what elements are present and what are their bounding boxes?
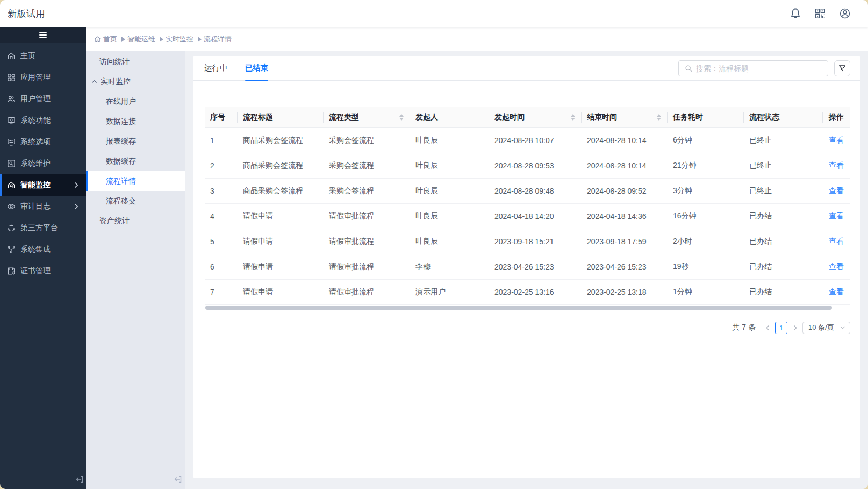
table-cell: 叶良辰 (410, 229, 489, 254)
table-cell: 21分钟 (668, 153, 744, 179)
app-window: 新版试用 主页应用管理用户管理系统功能系统选项系统维护智能监控审计日志第三方平台… (0, 0, 868, 489)
user-avatar-icon[interactable] (839, 8, 851, 19)
table-cell: 4 (205, 204, 238, 229)
column-header-content: 操作 (829, 112, 844, 122)
search-box[interactable] (678, 60, 828, 76)
sidebar-collapse-button[interactable] (75, 474, 84, 484)
table-cell: 请假申请 (238, 280, 324, 305)
view-link[interactable]: 查看 (829, 287, 844, 296)
tab-running[interactable]: 运行中 (204, 56, 228, 80)
pagination-page-1[interactable]: 1 (775, 322, 787, 334)
column-header[interactable]: 结束时间 (582, 107, 668, 128)
submenu-item[interactable]: 资产统计 (86, 211, 185, 231)
sidebar-item-smart-monitor[interactable]: 智能监控 (0, 174, 86, 196)
sort-icon[interactable] (657, 114, 662, 121)
table-cell: 查看 (823, 254, 850, 280)
view-link[interactable]: 查看 (829, 186, 844, 195)
table-cell: 1分钟 (668, 280, 744, 305)
sidebar-item-users[interactable]: 用户管理 (0, 88, 86, 110)
view-link[interactable]: 查看 (829, 161, 844, 169)
column-header-content: 任务耗时 (673, 112, 738, 122)
notification-bell-icon[interactable] (790, 8, 801, 19)
pagination-next-button[interactable] (790, 321, 800, 334)
sidebar-item-certificate[interactable]: 证书管理 (0, 260, 86, 282)
sidebar-item-maintenance[interactable]: 系统维护 (0, 153, 86, 174)
table-cell: 2024-04-18 14:36 (582, 204, 668, 229)
table-cell: 16分钟 (668, 204, 744, 229)
sidebar-item-integration[interactable]: 系统集成 (0, 239, 86, 260)
table-cell: 商品采购会签流程 (238, 153, 324, 179)
table-cell: 已办结 (744, 280, 823, 305)
table-cell: 2023-09-18 17:59 (582, 229, 668, 254)
table-cell: 查看 (823, 179, 850, 204)
submenu-item[interactable]: 数据缓存 (86, 151, 185, 171)
column-header[interactable]: 发起时间 (489, 107, 582, 128)
sidebar-item-label: 第三方平台 (20, 223, 58, 233)
breadcrumb-home-icon[interactable] (94, 36, 101, 42)
filter-button[interactable] (834, 60, 850, 76)
sidebar-item-apps[interactable]: 应用管理 (0, 67, 86, 88)
table-cell: 商品采购会签流程 (238, 128, 324, 153)
top-header: 新版试用 (0, 0, 868, 27)
column-header: 发起人 (410, 107, 489, 128)
table-cell: 2023-02-25 13:18 (582, 280, 668, 305)
sort-icon[interactable] (399, 114, 405, 121)
column-header[interactable]: 流程类型 (324, 107, 410, 128)
sidebar-item-eye[interactable]: 审计日志 (0, 196, 86, 217)
submenu-item[interactable]: 报表缓存 (86, 131, 185, 151)
column-header-label: 流程标题 (243, 112, 273, 122)
submenu-item[interactable]: 流程详情 (86, 171, 185, 191)
sidebar-item-home[interactable]: 主页 (0, 45, 86, 67)
breadcrumb-item[interactable]: 实时监控 (166, 34, 193, 44)
sidebar-item-label: 系统功能 (20, 116, 51, 125)
submenu-item-label: 数据缓存 (106, 157, 136, 166)
primary-sidebar: 主页应用管理用户管理系统功能系统选项系统维护智能监控审计日志第三方平台系统集成证… (0, 27, 86, 489)
maintenance-icon (7, 159, 16, 168)
qr-code-icon[interactable] (814, 8, 826, 19)
submenu-item[interactable]: 数据连接 (86, 111, 185, 131)
table-cell: 7 (205, 280, 238, 305)
submenu-item[interactable]: 流程移交 (86, 191, 185, 211)
sidebar-item-label: 用户管理 (20, 94, 51, 104)
sidebar-hamburger-toggle[interactable] (0, 27, 86, 43)
tabs: 运行中已结束 (204, 56, 268, 80)
column-header-label: 任务耗时 (673, 112, 703, 122)
breadcrumb-item[interactable]: 流程详情 (204, 34, 232, 44)
horizontal-scrollbar-thumb[interactable] (205, 306, 832, 310)
breadcrumb-item[interactable]: 智能运维 (127, 34, 155, 44)
content-card: 运行中已结束 (193, 56, 860, 478)
search-input[interactable] (696, 64, 822, 73)
page-size-select[interactable]: 10 条/页 (802, 322, 850, 334)
tab-finished[interactable]: 已结束 (245, 56, 269, 80)
submenu-collapse-button[interactable] (173, 474, 183, 484)
view-link[interactable]: 查看 (829, 136, 844, 144)
pagination-total: 共 7 条 (732, 323, 756, 332)
column-header-label: 结束时间 (587, 112, 617, 122)
column-header-content: 流程状态 (749, 112, 817, 122)
submenu-item-label: 数据连接 (106, 117, 136, 126)
sort-icon[interactable] (571, 114, 576, 121)
submenu-item[interactable]: 实时监控 (86, 72, 185, 91)
table-cell: 查看 (823, 229, 850, 254)
sidebar-item-monitor[interactable]: 系统功能 (0, 110, 86, 131)
table-cell: 已办结 (744, 254, 823, 280)
table-cell: 叶良辰 (410, 179, 489, 204)
submenu-item[interactable]: 访问统计 (86, 52, 185, 72)
breadcrumb-item[interactable]: 首页 (103, 34, 117, 44)
pagination: 共 7 条 1 10 条/页 (193, 310, 860, 334)
view-link[interactable]: 查看 (829, 262, 844, 271)
view-link[interactable]: 查看 (829, 211, 844, 220)
table-row: 5请假申请请假审批流程叶良辰2023-09-18 15:212023-09-18… (205, 229, 850, 254)
submenu-item[interactable]: 在线用户 (86, 91, 185, 111)
sidebar-item-options[interactable]: 系统选项 (0, 131, 86, 153)
options-icon (7, 138, 16, 146)
view-link[interactable]: 查看 (829, 237, 844, 245)
table-cell: 请假审批流程 (324, 254, 410, 280)
page-size-value: 10 条/页 (808, 323, 840, 332)
sidebar-item-label: 审计日志 (20, 202, 51, 211)
table-cell: 2024-08-28 09:48 (489, 179, 582, 204)
sidebar-item-third-party[interactable]: 第三方平台 (0, 217, 86, 239)
pagination-prev-button[interactable] (762, 321, 773, 334)
column-header: 流程标题 (238, 107, 324, 128)
column-header: 流程状态 (744, 107, 823, 128)
